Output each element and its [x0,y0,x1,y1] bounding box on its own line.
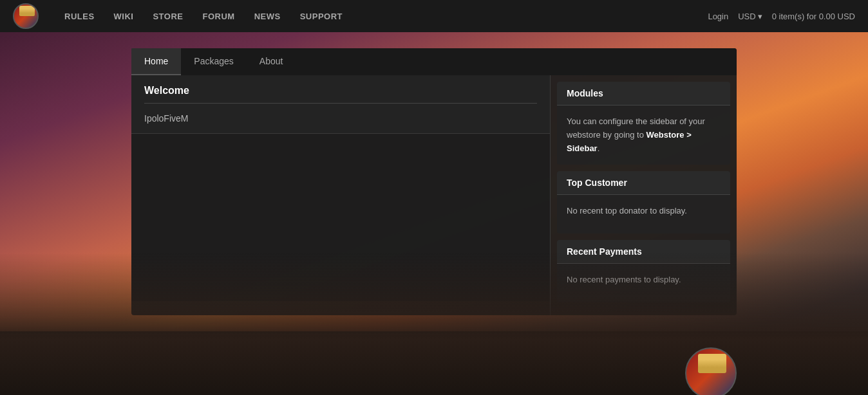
tab-about[interactable]: About [247,48,296,75]
server-name: IpoloFiveM [144,113,537,124]
welcome-box: Welcome IpoloFiveM [131,75,550,134]
nav-wiki[interactable]: WIKI [114,12,134,21]
tab-home[interactable]: Home [131,48,181,75]
modules-module: Modules You can configure the sidebar of… [557,82,730,165]
nav-store[interactable]: STORE [153,12,183,21]
tabs-bar: Home Packages About [131,48,737,75]
footer-logo-col [685,347,737,395]
welcome-divider [144,103,537,104]
modules-title: Modules [557,82,730,106]
top-customer-module: Top Customer No recent top donator to di… [557,171,730,234]
nav-rules[interactable]: RULES [64,12,95,21]
navbar: RULES WIKI STORE FORUM NEWS SUPPORT Logi… [0,0,868,32]
logo-icon [13,3,39,29]
welcome-title: Welcome [144,85,537,96]
navbar-right: Login USD ▾ 0 item(s) for 0.00 USD [708,12,855,21]
nav-news[interactable]: NEWS [254,12,281,21]
nav-support[interactable]: SUPPORT [300,12,343,21]
modules-body: You can configure the sidebar of your we… [557,106,730,165]
nav-forum[interactable]: FORUM [203,12,235,21]
logo[interactable] [13,3,39,29]
currency-selector[interactable]: USD ▾ [738,12,762,21]
nav-links: RULES WIKI STORE FORUM NEWS SUPPORT [64,12,708,21]
footer-logo [685,347,737,395]
top-customer-title: Top Customer [557,171,730,195]
cart-summary[interactable]: 0 item(s) for 0.00 USD [772,12,855,21]
login-button[interactable]: Login [708,12,728,21]
top-customer-body: No recent top donator to display. [557,195,730,234]
tab-packages[interactable]: Packages [181,48,246,75]
